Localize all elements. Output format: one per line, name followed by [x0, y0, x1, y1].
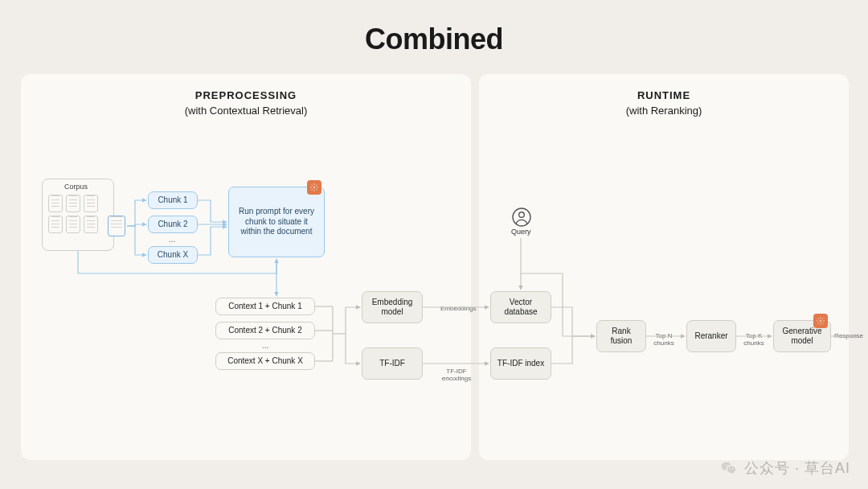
- watermark-text: 公众号 · 草台AI: [744, 458, 850, 478]
- svg-point-2: [519, 212, 525, 218]
- page-title: Combined: [0, 0, 868, 56]
- doc-icon: [84, 216, 98, 233]
- panel-heading-right: RUNTIME (with Reranking): [479, 74, 849, 119]
- panel-heading-text: RUNTIME: [637, 89, 690, 101]
- doc-icon: [48, 216, 63, 233]
- context-2: Context 2 + Chunk 2: [215, 322, 315, 339]
- context-x: Context X + Chunk X: [215, 352, 315, 370]
- label-response: Response: [834, 333, 863, 340]
- doc-icon: [84, 195, 98, 212]
- doc-icon: [66, 216, 80, 233]
- claude-icon: [307, 180, 321, 195]
- query-label: Query: [511, 228, 531, 236]
- doc-active-icon: [108, 216, 125, 236]
- claude-icon: [813, 314, 828, 328]
- label-tfidf-enc: TF-IDF encodings: [440, 368, 473, 383]
- tfidf: TF-IDF: [362, 347, 423, 380]
- embedding-model: Embedding model: [362, 291, 423, 323]
- user-icon: [512, 208, 531, 230]
- context-1: Context 1 + Chunk 1: [215, 298, 315, 315]
- chunk-x: Chunk X: [148, 246, 198, 264]
- svg-point-3: [820, 320, 821, 322]
- panel-heading-text: PREPROCESSING: [195, 89, 297, 101]
- corpus-label: Corpus: [64, 183, 88, 191]
- panel-sub-right: (with Reranking): [479, 104, 849, 119]
- label-embeddings: Embeddings: [440, 306, 476, 313]
- wechat-icon: [720, 459, 738, 477]
- panel-preprocessing: PREPROCESSING (with Contextual Retrieval…: [21, 74, 471, 460]
- svg-point-0: [313, 187, 315, 188]
- watermark: 公众号 · 草台AI: [720, 458, 850, 478]
- chunk-2: Chunk 2: [148, 216, 198, 233]
- doc-icon: [48, 195, 63, 212]
- panel-runtime: RUNTIME (with Reranking): [479, 74, 849, 460]
- label-topk: Top K chunks: [741, 333, 767, 347]
- panel-sub-left: (with Contextual Retrieval): [21, 104, 471, 119]
- tfidf-index: TF-IDF index: [490, 347, 551, 380]
- prompt-box: Run prompt for every chunk to situate it…: [228, 187, 325, 257]
- chunk-1: Chunk 1: [148, 191, 198, 209]
- doc-icon: [66, 195, 80, 212]
- vector-db: Vector database: [490, 291, 551, 323]
- reranker: Reranker: [686, 320, 736, 352]
- panel-heading-left: PREPROCESSING (with Contextual Retrieval…: [21, 74, 471, 119]
- chunk-ellipsis: ...: [169, 235, 175, 244]
- label-topn: Top N chunks: [651, 333, 677, 347]
- context-ellipsis: ...: [262, 341, 268, 350]
- rank-fusion: Rank fusion: [596, 320, 646, 352]
